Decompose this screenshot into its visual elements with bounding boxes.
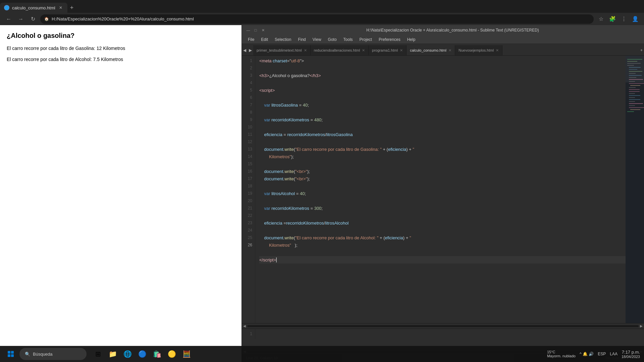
menu-tools[interactable]: Tools (340, 35, 356, 44)
chrome-icon: 🔵 (138, 350, 147, 358)
address-lock-icon: 🏠 (44, 17, 49, 21)
ln-15: 15 (242, 160, 255, 168)
start-button[interactable] (4, 347, 17, 361)
code-line-12 (259, 138, 626, 145)
console-area: 1 (242, 328, 644, 349)
console-content[interactable] (255, 329, 644, 339)
back-button[interactable]: ← (4, 14, 13, 24)
menu-edit[interactable]: Edit (258, 35, 271, 44)
browser-menu-icon[interactable]: ⋮ (619, 14, 629, 24)
code-line-3: <h3>¿Alcohol o gasolina?</h3> (259, 72, 626, 79)
code-content[interactable]: <meta charset="utf-8"> <h3>¿Alcohol o ga… (255, 56, 626, 323)
weather-temp: 15°C (547, 350, 555, 354)
tab-scroll-right[interactable]: ▶ (248, 45, 253, 55)
scroll-track[interactable] (247, 325, 639, 327)
ln-14: 14 (242, 153, 255, 160)
code-line-9: var recorridoKilometros = 480; (259, 116, 626, 123)
editor-tab-4[interactable]: calculo_consumo.html ✕ (407, 45, 455, 55)
editor-tab-4-close[interactable]: ✕ (448, 48, 451, 53)
ln-9: 9 (242, 116, 255, 123)
scroll-right-arrow[interactable]: ▶ (640, 324, 643, 328)
code-minimap (626, 56, 644, 323)
chrome-button[interactable]: 🔵 (136, 347, 149, 361)
taskbar-search[interactable]: 🔍 Búsqueda (19, 348, 87, 360)
editor-tab-5-label: Nuevosejemplos.html (459, 48, 494, 52)
maximize-button[interactable]: □ (253, 28, 258, 33)
folder-icon: 📁 (109, 350, 117, 358)
menu-selection[interactable]: Selection (271, 35, 294, 44)
menu-goto[interactable]: Goto (325, 35, 340, 44)
code-line-7: var litrosGasolina = 40; (259, 101, 626, 109)
tab-scroll-left[interactable]: ◀ (242, 45, 248, 55)
sublime-menubar: File Edit Selection Find View Goto Tools… (242, 35, 644, 44)
minimize-button[interactable]: — (246, 28, 251, 33)
svg-rect-17 (629, 93, 635, 94)
menu-project[interactable]: Project (356, 35, 375, 44)
horizontal-scrollbar[interactable]: ◀ ▶ (242, 323, 644, 328)
taskbar-app-6[interactable]: 🟡 (165, 347, 178, 361)
editor-tab-1-label: primer_testsublimetext.html (257, 48, 302, 52)
ln-2: 2 (242, 64, 255, 72)
editor-tab-3-close[interactable]: ✕ (400, 48, 403, 53)
ln-23: 23 (242, 219, 255, 227)
console-line-numbers: 1 (242, 329, 255, 339)
close-button[interactable]: ✕ (261, 28, 265, 33)
window-controls: — □ ✕ (246, 28, 265, 33)
task-view-button[interactable]: ⊞ (91, 347, 105, 361)
menu-file[interactable]: File (245, 35, 258, 44)
system-tray: ^ 🔔 🔊 (580, 352, 594, 356)
ln-7: 7 (242, 101, 255, 109)
browser-nav-right: ☆ 🧩 ⋮ 👤 (596, 14, 640, 24)
editor-tab-5-close[interactable]: ✕ (496, 48, 499, 53)
editor-tab-4-label: calculo_consumo.html (410, 48, 446, 52)
code-line-2 (259, 64, 626, 72)
editor-tab-1-close[interactable]: ✕ (304, 48, 307, 53)
editor-tab-5[interactable]: Nuevosejemplos.html ✕ (455, 45, 502, 55)
edge-button[interactable]: 🌐 (121, 347, 134, 361)
ln-10: 10 (242, 123, 255, 131)
browser-tab[interactable]: 🌐 calculo_consumo.html ✕ (0, 3, 67, 13)
win-logo-sq-1 (8, 351, 10, 354)
menu-find[interactable]: Find (294, 35, 309, 44)
minimap-viewport[interactable] (626, 56, 644, 82)
code-line-10 (259, 123, 626, 131)
menu-help[interactable]: Help (404, 35, 419, 44)
extensions-icon[interactable]: 🧩 (608, 14, 617, 24)
new-tab-button[interactable]: + (67, 3, 76, 13)
svg-rect-12 (629, 83, 644, 84)
browser-chrome: 🌐 calculo_consumo.html ✕ + ← → ↻ 🏠 H:/Na… (0, 0, 644, 25)
lang-label: ESP (598, 352, 606, 356)
ln-26: 26 (242, 241, 255, 249)
tab-close-button[interactable]: ✕ (58, 5, 63, 10)
editor-tab-2[interactable]: reduciendoalteraciones.html ✕ (311, 45, 369, 55)
keyboard-layout: ESP LAA (598, 352, 618, 356)
scroll-left-arrow[interactable]: ◀ (243, 324, 246, 328)
store-button[interactable]: 🛍️ (150, 347, 164, 361)
editor-tab-2-close[interactable]: ✕ (362, 48, 365, 53)
svg-rect-23 (629, 105, 635, 106)
editor-tab-3[interactable]: programa1.html ✕ (369, 45, 407, 55)
profile-icon[interactable]: 👤 (631, 14, 640, 24)
taskbar-right: 15°C Mayorm. nublado ^ 🔔 🔊 ESP LAA 7:17 … (547, 350, 640, 359)
menu-view[interactable]: View (309, 35, 325, 44)
file-explorer-button[interactable]: 📁 (106, 347, 119, 361)
editor-tab-1[interactable]: primer_testsublimetext.html ✕ (253, 45, 311, 55)
address-bar[interactable]: 🏠 H:/Nata/Especializacion%20Oracle%20+%2… (40, 14, 594, 24)
ln-20: 20 (242, 197, 255, 204)
menu-preferences[interactable]: Preferences (375, 35, 404, 44)
ln-22: 22 (242, 212, 255, 219)
forward-button[interactable]: → (16, 14, 25, 24)
refresh-button[interactable]: ↻ (28, 14, 38, 24)
console-line-1 (259, 330, 640, 338)
bookmark-icon[interactable]: ☆ (596, 14, 606, 24)
clock[interactable]: 7:17 p.m. 18/04/2023 (622, 350, 640, 359)
tab-add-button[interactable]: + (639, 45, 644, 55)
calculator-button[interactable]: 🧮 (180, 347, 193, 361)
ln-4: 4 (242, 79, 255, 86)
system-tray-icons[interactable]: ^ 🔔 🔊 (580, 352, 594, 356)
weather-desc: Mayorm. nublado (547, 354, 576, 358)
code-line-24 (259, 227, 626, 234)
ln-1: 1 (242, 57, 255, 64)
svg-rect-25 (630, 109, 640, 110)
win-logo-sq-4 (11, 354, 14, 357)
